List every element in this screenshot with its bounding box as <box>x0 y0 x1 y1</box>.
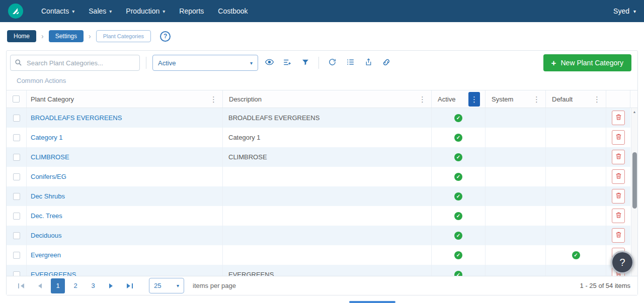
plant-category-link[interactable]: CLIMBROSE <box>31 153 69 161</box>
row-checkbox-cell <box>7 108 27 128</box>
nav-item-costbook[interactable]: Costbook <box>218 7 248 15</box>
row-checkbox-cell <box>7 167 27 186</box>
chevron-down-icon: ▾ <box>163 9 165 14</box>
new-plant-category-button[interactable]: + New Plant Category <box>543 54 631 71</box>
nav-item-contacts[interactable]: Contacts ▾ <box>41 7 74 15</box>
export-button[interactable] <box>361 56 375 70</box>
add-column-icon <box>283 58 292 68</box>
nav-menu: Contacts ▾ Sales ▾ Production ▾ Reports … <box>41 7 248 15</box>
page-button-2[interactable]: 2 <box>68 278 83 293</box>
row-checkbox-cell <box>7 226 27 245</box>
toolbar-divider <box>146 57 146 69</box>
toolbar: Active ▾ <box>7 51 637 75</box>
plant-category-link[interactable]: Evergreen <box>31 251 61 259</box>
page-button-1[interactable]: 1 <box>51 278 65 293</box>
page-button-3[interactable]: 3 <box>86 278 100 293</box>
app-logo[interactable] <box>8 4 23 19</box>
plant-category-link[interactable]: BROADLEAFS EVERGREENS <box>31 114 122 122</box>
nav-item-label: Production <box>126 7 159 15</box>
new-plant-category-label: New Plant Category <box>560 59 623 67</box>
column-menu-icon[interactable]: ⋮ <box>419 95 426 103</box>
row-checkbox[interactable] <box>13 271 20 276</box>
column-menu-icon-active[interactable]: ⋮ <box>468 92 480 107</box>
column-menu-icon[interactable]: ⋮ <box>593 95 601 103</box>
delete-button[interactable] <box>612 169 625 184</box>
active-check-icon: ✓ <box>454 153 462 161</box>
plant-category-link[interactable]: Category 1 <box>31 134 63 141</box>
row-checkbox[interactable] <box>13 213 20 220</box>
search-icon <box>15 59 22 68</box>
column-label: Default <box>552 95 573 103</box>
system-cell <box>486 147 546 167</box>
column-header-description: Description ⋮ <box>223 90 432 108</box>
plant-category-link[interactable]: EVERGREENS <box>31 271 76 276</box>
delete-button[interactable] <box>612 189 625 204</box>
last-page-button[interactable] <box>122 278 137 293</box>
actions-cell <box>606 167 630 186</box>
refresh-button[interactable] <box>325 56 339 70</box>
horizontal-scrollbar-thumb[interactable] <box>349 301 395 303</box>
trash-icon <box>615 114 622 122</box>
list-view-button[interactable] <box>343 56 357 70</box>
plant-category-link[interactable]: Dec Shrubs <box>31 192 65 200</box>
row-checkbox[interactable] <box>13 154 20 161</box>
active-cell: ✓ <box>432 128 486 147</box>
row-checkbox[interactable] <box>13 193 20 200</box>
view-columns-button[interactable] <box>262 56 276 70</box>
status-filter-select[interactable]: Active ▾ <box>152 55 258 71</box>
user-menu[interactable]: Syed ▾ <box>613 7 636 15</box>
description-cell <box>223 167 432 186</box>
page-size-value: 25 <box>154 282 161 289</box>
table-row: Evergreen ✓ ✓ <box>7 245 630 265</box>
default-cell: ✓ <box>546 245 606 265</box>
actions-cell <box>606 108 630 128</box>
row-checkbox-cell <box>7 245 27 265</box>
select-all-checkbox[interactable] <box>13 95 20 103</box>
vertical-scrollbar[interactable]: ▲ <box>631 108 637 276</box>
plant-category-cell: Dec Shrubs <box>27 186 223 206</box>
search-input[interactable] <box>10 55 140 71</box>
row-checkbox[interactable] <box>13 232 20 239</box>
plant-category-link[interactable]: Conifers/EG <box>31 173 66 180</box>
plant-category-link[interactable]: Dec. Trees <box>31 212 62 220</box>
floating-help-button[interactable]: ? <box>611 251 634 274</box>
row-checkbox[interactable] <box>13 134 20 141</box>
description-cell <box>223 245 432 265</box>
row-checkbox[interactable] <box>13 252 20 259</box>
next-page-button[interactable] <box>104 278 119 293</box>
table-row: Dec Shrubs ✓ ✓ <box>7 186 630 206</box>
previous-page-button[interactable] <box>32 278 47 293</box>
column-menu-icon[interactable]: ⋮ <box>533 95 540 103</box>
scroll-up-icon[interactable]: ▲ <box>631 108 637 114</box>
row-checkbox[interactable] <box>13 173 20 180</box>
delete-button[interactable] <box>612 209 625 223</box>
nav-item-production[interactable]: Production ▾ <box>126 7 165 15</box>
breadcrumb-settings[interactable]: Settings <box>49 30 84 42</box>
active-cell: ✓ <box>432 265 486 276</box>
nav-item-reports[interactable]: Reports <box>179 7 204 15</box>
breadcrumb-home[interactable]: Home <box>7 30 36 42</box>
column-label: Description <box>229 95 262 103</box>
table-header: Plant Category ⋮ Description ⋮ Active ⋮ … <box>7 90 637 108</box>
column-menu-icon[interactable]: ⋮ <box>210 95 217 103</box>
delete-button[interactable] <box>612 150 625 164</box>
filter-button[interactable] <box>298 56 312 70</box>
delete-button[interactable] <box>612 228 625 243</box>
link-button[interactable] <box>379 56 393 70</box>
common-actions-link[interactable]: Common Actions <box>7 75 637 90</box>
help-icon[interactable]: ? <box>160 31 171 42</box>
table-row: CLIMBROSE CLIMBROSE ✓ ✓ <box>7 147 630 167</box>
breadcrumb-plant-categories[interactable]: Plant Categories <box>96 30 151 42</box>
nav-item-sales[interactable]: Sales ▾ <box>89 7 112 15</box>
first-page-button[interactable] <box>14 278 29 293</box>
delete-button[interactable] <box>612 130 625 145</box>
page-size-select[interactable]: 25 ▾ <box>149 278 184 293</box>
delete-button[interactable] <box>612 111 625 125</box>
scrollbar-thumb[interactable] <box>632 152 637 209</box>
description-cell <box>223 186 432 206</box>
plant-category-link[interactable]: Deciduous <box>31 232 61 239</box>
active-cell: ✓ <box>432 167 486 186</box>
add-column-button[interactable] <box>280 56 294 70</box>
row-checkbox[interactable] <box>13 115 20 122</box>
chevron-down-icon: ▾ <box>72 9 74 14</box>
